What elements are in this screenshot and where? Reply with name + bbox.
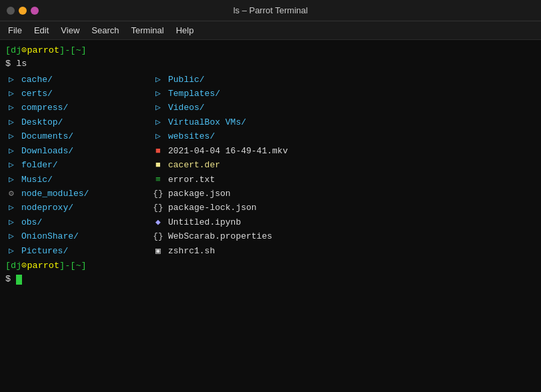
txt-icon: ≡ (152, 173, 164, 187)
file-name: zshrc1.sh (168, 244, 215, 258)
input-line[interactable]: $ (5, 273, 536, 286)
file-name: obs/ (21, 215, 42, 229)
list-item: ▷ Videos/ (152, 101, 299, 115)
file-name: WebScarab.properties (168, 229, 272, 243)
bracket-close: ] (81, 44, 86, 57)
at-sign: ⊙ (21, 44, 27, 57)
list-item: ▷ Downloads/ (5, 144, 152, 158)
file-name: nodeproxy/ (21, 201, 73, 215)
menu-view[interactable]: View (55, 24, 85, 37)
dir-icon: ▷ (5, 87, 17, 101)
dir-icon: ▷ (5, 215, 17, 229)
window-controls[interactable] (7, 7, 39, 15)
file-name: package.json (168, 187, 231, 201)
dollar-sign: $ (5, 57, 11, 71)
terminal-area[interactable]: [dj⊙parrot]-[~] $ ls ▷ cache/ ▷ certs/ ▷… (0, 40, 541, 392)
menu-search[interactable]: Search (86, 24, 124, 37)
file-name: Desktop/ (21, 115, 63, 129)
file-name: websites/ (168, 129, 215, 143)
cursor (16, 275, 22, 285)
bracket-open-2: [ (5, 259, 11, 273)
left-column: ▷ cache/ ▷ certs/ ▷ compress/ ▷ Desktop/… (5, 73, 152, 259)
list-item: ■ 2021-04-04 16-49-41.mkv (152, 144, 299, 158)
minimize-button[interactable] (19, 7, 27, 15)
file-name: node_modules/ (21, 187, 89, 201)
list-item: ▷ Pictures/ (5, 244, 152, 258)
video-icon: ■ (152, 144, 164, 158)
directory-2: ~ (75, 259, 81, 273)
list-item: ▷ VirtualBox VMs/ (152, 115, 299, 129)
file-name: Documents/ (21, 129, 73, 143)
command-line: $ ls (5, 57, 536, 71)
right-column: ▷ Public/ ▷ Templates/ ▷ Videos/ ▷ Virtu… (152, 73, 299, 259)
prompt-line-2: [dj⊙parrot]-[~] (5, 259, 536, 273)
menu-terminal[interactable]: Terminal (126, 24, 169, 37)
dir-icon: ▷ (5, 201, 17, 215)
props-icon: {} (152, 229, 164, 243)
list-item: ▷ nodeproxy/ (5, 201, 152, 215)
dir-icon: ▷ (5, 101, 17, 115)
list-item: ▷ Documents/ (5, 129, 152, 143)
dollar-sign-2: $ (5, 273, 11, 286)
dir-icon: ▷ (152, 115, 164, 129)
dir-icon: ▷ (5, 144, 17, 158)
gear-icon: ⚙ (5, 187, 17, 201)
file-name: Videos/ (168, 101, 205, 115)
file-name: compress/ (21, 101, 68, 115)
menu-edit[interactable]: Edit (29, 24, 54, 37)
dir-icon: ▷ (5, 158, 17, 172)
dir-icon: ▷ (152, 87, 164, 101)
list-item: ▷ OnionShare/ (5, 229, 152, 243)
list-item: ▣ zshrc1.sh (152, 244, 299, 258)
cert-icon: ■ (152, 158, 164, 172)
list-item: {} WebScarab.properties (152, 229, 299, 243)
dir-icon: ▷ (5, 73, 17, 87)
hostname-2: parrot (27, 259, 59, 273)
file-name: VirtualBox VMs/ (168, 115, 246, 129)
username: dj (11, 44, 21, 57)
dir-icon: ▷ (152, 73, 164, 87)
file-name: Downloads/ (21, 144, 73, 158)
dir-icon: ▷ (5, 115, 17, 129)
menu-bar: File Edit View Search Terminal Help (0, 21, 541, 40)
bracket-open: [ (5, 44, 11, 57)
dir-icon: ▷ (5, 244, 17, 258)
json-icon: {} (152, 187, 164, 201)
file-name: certs/ (21, 87, 53, 101)
file-name: package-lock.json (168, 201, 257, 215)
separator-2: ]-[ (59, 259, 75, 273)
list-item: ▷ Music/ (5, 173, 152, 187)
ls-command: ls (16, 57, 27, 71)
file-name: Templates/ (168, 87, 220, 101)
script-icon: ▣ (152, 244, 164, 258)
menu-file[interactable]: File (3, 24, 27, 37)
list-item: ▷ Public/ (152, 73, 299, 87)
list-item: {} package-lock.json (152, 201, 299, 215)
prompt-line-1: [dj⊙parrot]-[~] (5, 44, 536, 57)
dir-icon: ▷ (152, 101, 164, 115)
json-icon: {} (152, 201, 164, 215)
file-name: OnionShare/ (21, 229, 79, 243)
bracket-close-2: ] (81, 259, 86, 273)
file-name: Public/ (168, 73, 205, 87)
list-item: ▷ certs/ (5, 87, 152, 101)
list-item: ⚙ node_modules/ (5, 187, 152, 201)
list-item: ▷ obs/ (5, 215, 152, 229)
file-name: error.txt (168, 173, 215, 187)
dir-icon: ▷ (5, 129, 17, 143)
list-item: ▷ Templates/ (152, 87, 299, 101)
file-name: Untitled.ipynb (168, 215, 241, 229)
file-name: folder/ (21, 158, 58, 172)
list-item: {} package.json (152, 187, 299, 201)
window-title: ls – Parrot Terminal (233, 5, 308, 15)
file-name: cache/ (21, 73, 53, 87)
notebook-icon: ◆ (152, 215, 164, 229)
menu-help[interactable]: Help (171, 24, 199, 37)
close-button[interactable] (7, 7, 15, 15)
maximize-button[interactable] (31, 7, 39, 15)
bottom-area: [dj⊙parrot]-[~] $ (5, 259, 536, 287)
hostname: parrot (27, 44, 59, 57)
list-item: ▷ compress/ (5, 101, 152, 115)
separator: ]-[ (59, 44, 75, 57)
username-2: dj (11, 259, 21, 273)
